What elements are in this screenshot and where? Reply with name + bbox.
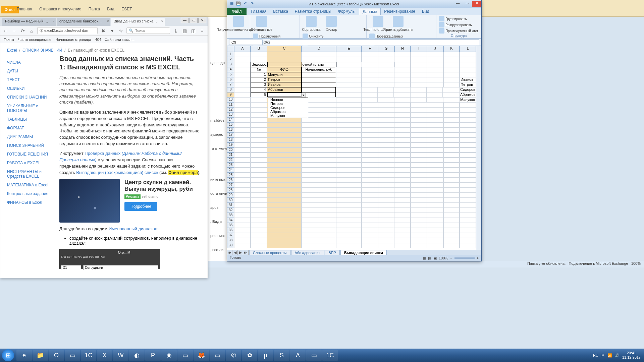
cell[interactable]	[378, 218, 394, 223]
cell[interactable]: 4	[251, 87, 267, 92]
cell[interactable]	[336, 102, 362, 107]
cell[interactable]	[251, 223, 267, 228]
cell[interactable]	[378, 203, 394, 208]
cell[interactable]	[443, 52, 460, 57]
cell[interactable]	[427, 218, 443, 223]
cell[interactable]	[378, 198, 394, 203]
cell[interactable]	[302, 233, 336, 238]
row-header[interactable]: 7	[227, 82, 234, 87]
cell[interactable]	[234, 228, 251, 233]
row-header[interactable]: 31	[227, 203, 234, 208]
cell[interactable]	[267, 147, 302, 153]
cell[interactable]	[443, 203, 460, 208]
cell[interactable]	[460, 107, 476, 112]
taskbar-excel[interactable]: X	[97, 350, 112, 361]
cell[interactable]	[460, 127, 476, 132]
outlook-tab-send[interactable]: Отправка и получение	[39, 7, 81, 11]
tray-clock[interactable]: 20:41 11.12.2017	[622, 351, 641, 360]
cell[interactable]	[362, 82, 378, 87]
taskbar-1c[interactable]: 1C	[81, 350, 96, 361]
row-header[interactable]: 5	[227, 72, 234, 77]
cell[interactable]	[336, 62, 362, 67]
ribbon-tab[interactable]: Формулы	[335, 8, 359, 15]
column-header[interactable]: C	[267, 46, 302, 52]
cell[interactable]	[411, 238, 427, 243]
cell[interactable]	[362, 163, 378, 168]
cell[interactable]	[427, 238, 443, 243]
cell[interactable]	[378, 158, 394, 163]
cell[interactable]	[410, 87, 427, 92]
cell[interactable]	[460, 72, 476, 77]
cell[interactable]	[410, 92, 427, 97]
cell[interactable]	[378, 178, 394, 183]
cell[interactable]	[251, 173, 267, 178]
cell[interactable]	[251, 198, 267, 203]
zoom-in-icon[interactable]: +	[477, 256, 479, 260]
cell[interactable]	[427, 198, 443, 203]
tab-close-icon[interactable]: ×	[107, 19, 109, 23]
cell[interactable]	[427, 67, 443, 72]
cell[interactable]	[234, 92, 251, 97]
row-header[interactable]: 18	[227, 137, 234, 142]
cell[interactable]	[302, 198, 336, 203]
cell[interactable]	[362, 153, 378, 158]
cell[interactable]	[427, 233, 443, 238]
cell[interactable]	[302, 238, 336, 243]
nav-item[interactable]: ИНСТРУМЕНТЫ и Средства EXCEL	[7, 167, 59, 181]
cell[interactable]	[443, 57, 460, 62]
cell[interactable]	[411, 243, 427, 248]
row-header[interactable]: 12	[227, 107, 234, 112]
cell[interactable]	[427, 153, 443, 158]
vertical-scrollbar[interactable]	[476, 46, 481, 250]
cell[interactable]	[251, 218, 267, 223]
row-header[interactable]: 8	[227, 87, 234, 92]
taskbar-outlook[interactable]: O	[49, 350, 64, 361]
cell[interactable]	[443, 122, 460, 127]
filter-button[interactable]: Фильтр	[322, 16, 341, 32]
cell[interactable]	[302, 218, 336, 223]
cell[interactable]	[302, 147, 336, 153]
cell[interactable]	[302, 92, 336, 97]
cell[interactable]: №	[251, 67, 267, 72]
cell[interactable]	[378, 188, 394, 193]
cell[interactable]	[267, 122, 302, 127]
zoom-out-icon[interactable]: −	[450, 256, 452, 260]
cell[interactable]: 2	[251, 77, 267, 82]
cell[interactable]	[443, 213, 460, 218]
clear-button[interactable]: Очистить	[302, 33, 334, 39]
cell[interactable]	[234, 57, 251, 62]
outlook-tab-view[interactable]: Вид	[107, 7, 114, 11]
cell[interactable]	[443, 183, 460, 188]
cell[interactable]	[362, 107, 378, 112]
cell[interactable]	[362, 67, 378, 72]
cell[interactable]	[361, 97, 378, 102]
cell[interactable]	[336, 193, 362, 198]
cell[interactable]	[460, 147, 476, 153]
cell[interactable]	[302, 223, 336, 228]
save-icon[interactable]: 💾	[236, 1, 241, 7]
cell[interactable]	[302, 243, 336, 248]
row-header[interactable]: 39	[227, 243, 234, 248]
cell[interactable]	[234, 173, 251, 178]
cell[interactable]	[427, 52, 443, 57]
close-button[interactable]: ✕	[472, 1, 481, 7]
cell[interactable]	[302, 77, 336, 82]
cell[interactable]: Петров	[460, 82, 476, 87]
cell[interactable]	[394, 178, 411, 183]
cell[interactable]	[336, 117, 362, 122]
cell[interactable]	[443, 158, 460, 163]
row-header[interactable]: 32	[227, 208, 234, 213]
cell[interactable]	[411, 178, 427, 183]
start-button[interactable]: ⊞	[2, 349, 14, 361]
outlook-tab-eset[interactable]: ESET	[121, 7, 132, 11]
ribbon-tab[interactable]: Разметка страницы	[291, 8, 335, 15]
ribbon-tab[interactable]: Вставка	[270, 8, 291, 15]
cell[interactable]	[336, 233, 362, 238]
minimize-button[interactable]: —	[181, 18, 189, 23]
cell[interactable]	[443, 67, 460, 72]
column-header[interactable]: L	[460, 46, 476, 52]
cell[interactable]	[411, 193, 427, 198]
cell[interactable]	[336, 213, 362, 218]
cell[interactable]	[362, 218, 378, 223]
nav-item[interactable]: СПИСКИ ЗНАЧЕНИЙ	[7, 93, 59, 102]
